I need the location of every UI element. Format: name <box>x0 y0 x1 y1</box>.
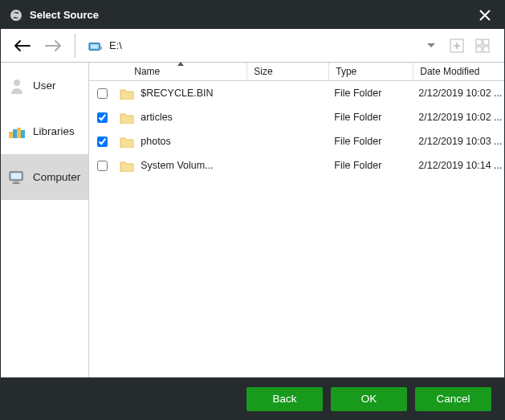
svg-point-8 <box>14 80 20 86</box>
grid-icon <box>475 39 490 53</box>
svg-rect-10 <box>13 129 17 138</box>
header-type[interactable]: Type <box>329 63 413 80</box>
chevron-down-icon <box>426 43 436 49</box>
table-row[interactable]: System Volum... File Folder 2/12/2019 10… <box>89 153 505 177</box>
file-type: File Folder <box>329 88 413 99</box>
libraries-icon <box>9 124 25 140</box>
nav-back-button[interactable] <box>9 34 36 58</box>
drive-icon <box>88 40 103 51</box>
file-date: 2/12/2019 10:14 ... <box>413 160 505 171</box>
sidebar-item-label: Libraries <box>33 125 75 137</box>
svg-rect-12 <box>21 130 25 138</box>
path-box[interactable]: E:\ <box>83 35 419 57</box>
header-checkbox[interactable] <box>89 63 115 80</box>
file-type: File Folder <box>329 112 413 123</box>
toolbar-divider <box>75 34 75 58</box>
folder-icon <box>120 88 134 100</box>
sort-ascending-icon <box>177 62 184 66</box>
file-date: 2/12/2019 10:03 ... <box>413 136 505 147</box>
file-date: 2/12/2019 10:02 ... <box>413 112 505 123</box>
sidebar: User Libraries Computer <box>1 63 89 377</box>
sidebar-item-computer[interactable]: Computer <box>1 154 88 200</box>
table-row[interactable]: $RECYCLE.BIN File Folder 2/12/2019 10:02… <box>89 81 505 105</box>
user-icon <box>9 78 25 94</box>
path-text: E:\ <box>109 39 122 51</box>
header-name-label: Name <box>134 66 160 77</box>
svg-rect-2 <box>100 47 102 50</box>
svg-rect-15 <box>14 181 18 182</box>
table-row[interactable]: photos File Folder 2/12/2019 10:03 ... <box>89 129 505 153</box>
svg-rect-5 <box>483 39 489 45</box>
titlebar: Select Source <box>1 1 504 29</box>
close-button[interactable] <box>474 4 496 27</box>
sidebar-item-label: User <box>33 80 56 92</box>
svg-rect-11 <box>17 128 21 138</box>
folder-icon <box>120 136 134 148</box>
nav-forward-button[interactable] <box>39 34 67 58</box>
file-type: File Folder <box>329 160 413 171</box>
file-name: $RECYCLE.BIN <box>141 88 213 99</box>
ok-button[interactable]: OK <box>331 387 407 411</box>
row-checkbox[interactable] <box>97 161 108 171</box>
computer-icon <box>9 169 25 186</box>
file-name: photos <box>141 136 171 147</box>
row-checkbox[interactable] <box>97 88 108 99</box>
svg-rect-6 <box>476 47 482 52</box>
cancel-button[interactable]: Cancel <box>415 387 491 411</box>
toolbar-right <box>422 37 491 55</box>
svg-rect-16 <box>13 182 20 183</box>
row-checkbox[interactable] <box>97 112 108 123</box>
arrow-left-icon <box>14 39 31 52</box>
file-name: System Volum... <box>141 160 213 171</box>
footer: Back OK Cancel <box>1 377 504 420</box>
table-row[interactable]: articles File Folder 2/12/2019 10:02 ... <box>89 105 505 129</box>
view-grid-button[interactable] <box>474 37 491 55</box>
svg-rect-7 <box>483 47 489 52</box>
new-folder-button[interactable] <box>448 37 466 55</box>
rows: $RECYCLE.BIN File Folder 2/12/2019 10:02… <box>89 81 505 377</box>
sidebar-item-libraries[interactable]: Libraries <box>1 108 88 154</box>
body: User Libraries Computer Name Size Type D… <box>1 63 504 377</box>
svg-rect-4 <box>476 39 482 45</box>
row-checkbox[interactable] <box>97 137 108 147</box>
folder-icon <box>120 160 134 172</box>
sidebar-item-label: Computer <box>33 171 80 183</box>
svg-rect-14 <box>11 173 22 178</box>
toolbar: E:\ <box>1 29 504 63</box>
svg-rect-1 <box>91 44 99 48</box>
back-button[interactable]: Back <box>246 387 323 411</box>
header-date[interactable]: Date Modified <box>413 63 505 80</box>
header-size[interactable]: Size <box>247 63 329 80</box>
arrow-right-icon <box>44 39 62 52</box>
close-icon <box>479 10 491 21</box>
file-list: Name Size Type Date Modified $RECYCLE.BI… <box>89 63 505 377</box>
plus-square-icon <box>450 39 464 53</box>
header-name[interactable]: Name <box>115 63 247 80</box>
dropdown-button[interactable] <box>422 37 440 55</box>
window-title: Select Source <box>30 9 474 21</box>
folder-icon <box>120 112 134 124</box>
file-name: articles <box>141 112 173 123</box>
sidebar-item-user[interactable]: User <box>1 63 88 108</box>
column-headers: Name Size Type Date Modified <box>89 63 505 81</box>
file-type: File Folder <box>329 136 413 147</box>
svg-rect-9 <box>9 132 13 138</box>
file-date: 2/12/2019 10:02 ... <box>413 88 505 99</box>
app-logo-icon <box>9 8 23 22</box>
